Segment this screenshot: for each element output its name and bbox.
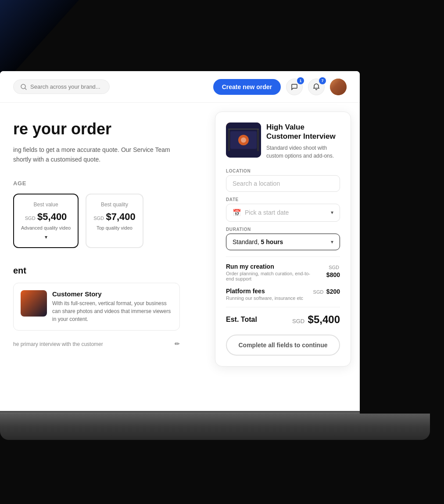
edit-icon[interactable]: ✏ (175, 340, 180, 347)
package-arrow-0: ▾ (21, 234, 71, 240)
order-desc: Standard video shoot with custom options… (266, 144, 340, 160)
package-desc-0: Advanced quality video (21, 225, 71, 230)
order-thumb-graphic (226, 122, 261, 158)
package-amount-1: $7,400 (106, 211, 135, 222)
chat-icon (291, 83, 298, 90)
platform-fees-sgd: SGD (313, 289, 324, 295)
platform-fees-amount: $200 (326, 288, 340, 295)
date-chevron-icon: ▾ (331, 209, 333, 216)
duration-input[interactable]: Standard, 5 hours ▾ (226, 234, 340, 250)
platform-fees-sublabel: Running our software, insurance etc (226, 295, 303, 301)
date-placeholder: Pick a start date (245, 209, 327, 216)
duration-chevron-icon: ▾ (331, 239, 333, 245)
packages-row: Best value SGD $5,400 Advanced quality v… (13, 194, 180, 248)
navbar: Create new order 1 7 (0, 71, 360, 103)
interview-note: he primary interview with the customer (13, 341, 103, 347)
page-title: re your order (13, 120, 180, 138)
total-label: Est. Total (226, 316, 257, 324)
platform-fees-info: Platform fees Running our software, insu… (226, 288, 303, 301)
page-subtitle: ing fields to get a more accurate quote.… (13, 145, 180, 165)
run-creation-row: Run my creation Order planning, match cu… (226, 263, 340, 281)
main-content: re your order ing fields to get a more a… (0, 103, 360, 414)
location-field-group: LOCATION Search a location (226, 169, 340, 192)
chat-button[interactable]: 1 (286, 79, 303, 95)
divider-2 (226, 307, 340, 307)
chat-badge: 1 (297, 77, 304, 84)
order-info: High Value Customer Interview Standard v… (266, 122, 340, 160)
bell-badge: 7 (319, 77, 326, 84)
order-title: High Value Customer Interview (266, 122, 340, 141)
bell-button[interactable]: 7 (308, 79, 325, 95)
total-sgd: SGD (292, 318, 304, 324)
run-creation-price: SGD $800 (318, 263, 340, 279)
package-label-1: Best quality (93, 202, 136, 208)
package-desc-1: Top quality video (93, 225, 136, 230)
package-label-0: Best value (21, 202, 71, 208)
total-price-container: SGD $5,400 (292, 313, 340, 326)
content-card-desc: With its full-screen, vertical format, y… (52, 299, 172, 323)
navbar-right: Create new order 1 7 (213, 79, 347, 95)
platform-fees-label: Platform fees (226, 288, 303, 295)
content-info: Customer Story With its full-screen, ver… (52, 290, 172, 323)
date-label: DATE (226, 197, 340, 202)
location-label: LOCATION (226, 169, 340, 173)
laptop-base (0, 414, 430, 440)
left-panel: re your order ing fields to get a more a… (0, 103, 193, 414)
run-creation-sgd: SGD (329, 265, 339, 270)
search-bar[interactable] (13, 79, 110, 94)
total-price: $5,400 (308, 313, 340, 325)
date-field-group: DATE 📅 Pick a start date ▾ (226, 197, 340, 222)
run-creation-amount: $800 (326, 271, 340, 278)
package-sgd-1: SGD (93, 216, 104, 221)
platform-fees-row: Platform fees Running our software, insu… (226, 288, 340, 301)
complete-fields-button[interactable]: Complete all fields to continue (226, 335, 340, 356)
content-thumbnail (21, 290, 47, 317)
svg-rect-6 (228, 129, 230, 151)
duration-label: DURATION (226, 227, 340, 232)
order-thumbnail (226, 122, 261, 158)
content-card: Customer Story With its full-screen, ver… (13, 283, 180, 331)
package-sgd-0: SGD (25, 216, 36, 221)
location-input[interactable]: Search a location (226, 175, 340, 192)
svg-rect-7 (257, 129, 259, 151)
packages-label: age (13, 180, 180, 187)
platform-fees-price: SGD $200 (313, 288, 340, 295)
duration-value: Standard, 5 hours (233, 238, 283, 245)
duration-field-group: DURATION Standard, 5 hours ▾ (226, 227, 340, 250)
order-header: High Value Customer Interview Standard v… (226, 122, 340, 160)
avatar[interactable] (330, 79, 347, 95)
package-card-best-value[interactable]: Best value SGD $5,400 Advanced quality v… (13, 194, 79, 248)
search-input[interactable] (30, 83, 102, 90)
order-card: High Value Customer Interview Standard v… (215, 112, 351, 367)
svg-point-5 (241, 137, 246, 143)
location-placeholder: Search a location (233, 180, 280, 187)
date-input[interactable]: 📅 Pick a start date ▾ (226, 204, 340, 222)
package-amount-0: $5,400 (37, 211, 67, 222)
package-card-best-quality[interactable]: Best quality SGD $7,400 Top quality vide… (86, 194, 143, 248)
run-creation-label: Run my creation (226, 263, 318, 270)
search-icon (21, 84, 27, 90)
run-creation-info: Run my creation Order planning, match cu… (226, 263, 318, 281)
avatar-image (330, 79, 347, 95)
content-card-title: Customer Story (52, 290, 172, 298)
calendar-icon: 📅 (233, 209, 241, 217)
svg-line-1 (25, 88, 26, 90)
total-row: Est. Total SGD $5,400 (226, 313, 340, 326)
run-creation-sublabel: Order planning, match curation, end-to-e… (226, 271, 318, 281)
bell-icon (313, 83, 320, 90)
content-section-label: ent (13, 266, 180, 276)
create-order-button[interactable]: Create new order (213, 79, 281, 95)
divider-1 (226, 256, 340, 257)
